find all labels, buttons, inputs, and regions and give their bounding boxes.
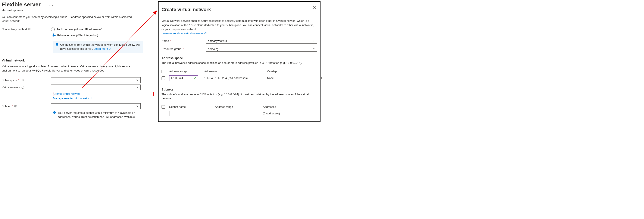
more-icon[interactable]: ⋯ — [49, 3, 54, 7]
check-icon — [193, 77, 196, 80]
vnet-section-heading: Virtual network — [2, 58, 154, 62]
col-addresses: Addresses — [204, 70, 264, 73]
svg-rect-4 — [57, 44, 57, 45]
address-range-input[interactable]: 1.1.0.0/24 — [169, 75, 198, 81]
subnet-label: Subnet — [2, 105, 10, 108]
manage-virtual-network-link[interactable]: Manage selected virtual network — [53, 97, 154, 100]
name-label: Name — [162, 39, 169, 42]
learn-more-link[interactable]: Learn more — [94, 47, 111, 50]
virtual-network-select[interactable] — [51, 84, 140, 90]
info-icon[interactable] — [28, 27, 31, 30]
col-address-range: Address range — [169, 70, 201, 73]
chevron-down-icon — [136, 79, 139, 81]
connectivity-method-label: Connectivity method — [2, 27, 27, 31]
resource-group-select[interactable]: demo-rg — [206, 46, 317, 52]
subnet-select[interactable] — [51, 103, 140, 109]
name-input[interactable] — [206, 38, 317, 43]
info-banner: Connections from within the virtual netw… — [53, 41, 143, 53]
select-all-subnets-checkbox[interactable] — [162, 105, 165, 109]
svg-point-5 — [57, 43, 57, 44]
info-icon[interactable] — [14, 105, 17, 108]
info-icon[interactable] — [21, 86, 24, 89]
panel-lead-text: Virtual Network service enables Azure re… — [162, 19, 314, 31]
svg-point-2 — [30, 28, 30, 29]
subnet-range-input[interactable] — [215, 111, 260, 116]
col-subnet-range: Address range — [215, 105, 260, 108]
page-lead: You can connect to your server by specif… — [2, 15, 138, 23]
addresses-value: 1.1.0.4 - 1.1.0.254 (251 addresses) — [204, 76, 264, 80]
row-checkbox[interactable] — [162, 76, 165, 80]
address-range-row: 1.1.0.0/24 1.1.0.4 - 1.1.0.254 (251 addr… — [162, 74, 317, 83]
svg-rect-16 — [54, 112, 54, 113]
subnets-heading: Subnets — [162, 88, 317, 91]
page-title: Flexible server — [2, 1, 40, 8]
address-space-desc: The virtual network's address space spec… — [162, 61, 317, 65]
select-all-checkbox[interactable] — [162, 70, 165, 73]
svg-point-8 — [22, 79, 22, 80]
create-virtual-network-link[interactable]: Create virtual network — [54, 92, 80, 95]
radio-private-access[interactable]: Private access (VNet Integration) — [52, 33, 98, 37]
virtual-network-label: Virtual network — [2, 86, 20, 89]
address-space-heading: Address space — [162, 56, 317, 60]
subnet-row: (0 Addresses) — [162, 110, 317, 117]
resource-group-label: Resource group — [162, 47, 182, 51]
svg-point-17 — [54, 112, 55, 112]
chevron-down-icon — [136, 86, 139, 89]
panel-title: Create virtual network — [162, 7, 317, 12]
overlap-value: None — [267, 76, 316, 80]
vnet-section-desc: Virtual networks are logically isolated … — [2, 64, 143, 73]
subnet-helper-text: Your server requires a subnet with a min… — [58, 111, 143, 119]
external-link-icon — [204, 32, 206, 34]
external-link-icon — [109, 47, 111, 50]
svg-point-11 — [23, 87, 23, 87]
svg-point-14 — [16, 105, 16, 106]
radio-public-label: Public access (allowed IP addresses) — [56, 28, 102, 31]
radio-public-access[interactable]: Public access (allowed IP addresses) — [51, 27, 102, 31]
col-subnet-addresses: Addresses — [263, 105, 310, 108]
col-overlap: Overlap — [267, 70, 316, 73]
info-icon — [56, 43, 58, 51]
chevron-down-icon — [136, 105, 139, 107]
col-subnet-name: Subnet name — [169, 105, 212, 108]
subscription-label: Subscription — [2, 79, 17, 82]
radio-private-label: Private access (VNet Integration) — [57, 34, 98, 37]
close-icon[interactable] — [313, 6, 316, 10]
subscription-select[interactable] — [51, 77, 140, 83]
info-icon[interactable] — [21, 79, 24, 82]
learn-more-vnet-link[interactable]: Learn more about virtual networks — [162, 32, 206, 35]
page-subtitle: Microsoft - preview — [2, 9, 154, 12]
trash-icon[interactable] — [319, 76, 325, 80]
subnets-desc: The subnet's address range in CIDR notat… — [162, 92, 317, 101]
subnet-name-input[interactable] — [169, 111, 212, 116]
check-icon — [312, 39, 315, 42]
subnet-addresses-value: (0 Addresses) — [263, 112, 310, 115]
chevron-down-icon — [313, 48, 316, 50]
info-icon — [53, 111, 56, 119]
